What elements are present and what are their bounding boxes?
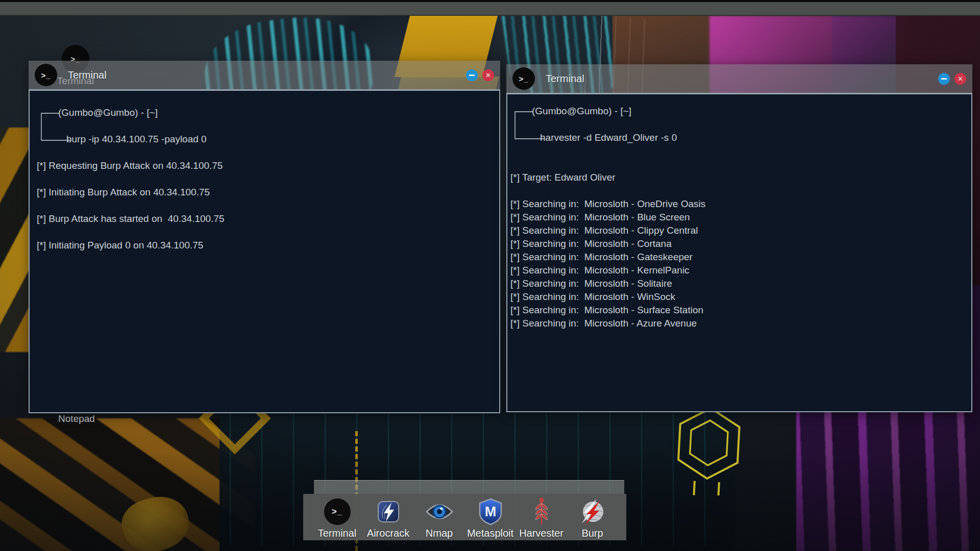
terminal-window-harvester: >_ Terminal ✕ (Gumbo@Gumbo) - [~] harves… [506, 64, 972, 412]
terminal-output-area[interactable]: (Gumbo@Gumbo) - [~] harvester -d Edward_… [506, 93, 972, 412]
command-line: harvester -d Edward_Oliver -s 0 [510, 131, 968, 144]
dock-item-label: Airocrack [367, 528, 409, 539]
terminal-output-line: [*] Initiating Payload 0 on 40.34.100.75 [37, 239, 492, 252]
window-controls: ✕ [938, 73, 966, 85]
dock-item-terminal[interactable]: >_ Terminal [312, 498, 363, 539]
dock-item-label: Terminal [318, 528, 357, 539]
window-titlebar[interactable]: >_ Terminal ✕ [29, 61, 500, 89]
terminal-output-line: [*] Searching in: Microsloth - Blue Scre… [510, 211, 968, 224]
terminal-output-line: [*] Searching in: Microsloth - Clippy Ce… [510, 224, 968, 237]
close-button[interactable]: ✕ [954, 73, 966, 85]
terminal-prompt-block: (Gumbo@Gumbo) - [~] burp -ip 40.34.100.7… [37, 106, 492, 146]
terminal-output-line: [*] Target: Edward Oliver [510, 171, 968, 184]
terminal-icon: >_ [324, 498, 351, 525]
dock-item-airocrack[interactable]: Airocrack [363, 498, 414, 539]
terminal-output-line [37, 199, 492, 212]
dock-item-label: Nmap [426, 528, 453, 539]
top-bar [0, 0, 980, 16]
close-button[interactable]: ✕ [482, 69, 494, 81]
terminal-output-line: [*] Searching in: Microsloth - Cortana [510, 237, 968, 251]
harvester-icon [533, 497, 550, 526]
dock-item-harvester[interactable]: Harvester [516, 498, 567, 539]
window-controls: ✕ [466, 69, 494, 81]
terminal-output-lines: [*] Requesting Burp Attack on 40.34.100.… [37, 146, 492, 252]
close-icon: ✕ [958, 76, 963, 82]
prompt-spacer [37, 119, 492, 133]
metasploit-letter: M [484, 504, 496, 519]
terminal-output-line: [*] Searching in: Microsloth - Surface S… [510, 304, 968, 317]
close-icon: ✕ [485, 72, 491, 79]
terminal-icon: >_ [512, 67, 535, 90]
terminal-output-line: [*] Searching in: Microsloth - Azure Ave… [510, 317, 968, 330]
nmap-icon [425, 502, 454, 521]
metasploit-icon: M [478, 498, 503, 525]
minimize-button[interactable] [466, 69, 478, 81]
burp-icon [579, 498, 606, 525]
terminal-output-line: [*] Searching in: Microsloth - Gateskeep… [510, 251, 968, 264]
terminal-glyph: >_ [519, 74, 528, 83]
airocrack-icon [376, 499, 401, 524]
dock-item-metasploit[interactable]: M Metasploit [465, 498, 516, 539]
window-titlebar[interactable]: >_ Terminal ✕ [506, 64, 972, 93]
terminal-output-area[interactable]: (Gumbo@Gumbo) - [~] burp -ip 40.34.100.7… [29, 89, 500, 413]
terminal-glyph: >_ [332, 507, 342, 517]
dock-item-burp[interactable]: Burp [567, 498, 618, 539]
dock-item-label: Burp [581, 528, 603, 539]
dock-handle[interactable] [314, 480, 624, 494]
terminal-output-line: [*] Initiating Burp Attack on 40.34.100.… [37, 186, 492, 199]
terminal-output-line: [*] Requesting Burp Attack on 40.34.100.… [37, 159, 492, 172]
minimize-button[interactable] [938, 73, 950, 85]
prompt-user: (Gumbo@Gumbo) - [~] [510, 105, 968, 118]
dock-item-nmap[interactable]: Nmap [414, 498, 465, 539]
terminal-window-burp: >_ Terminal ✕ (Gumbo@Gumbo) - [~] burp -… [29, 61, 500, 413]
prompt-spacer [510, 118, 968, 131]
terminal-output-line [510, 158, 968, 171]
dock: >_ Terminal Airocrack [303, 494, 626, 540]
terminal-output-line [37, 226, 492, 239]
terminal-output-line: [*] Searching in: Microsloth - WinSock [510, 290, 968, 304]
window-title: Terminal [68, 69, 466, 81]
terminal-output-line: [*] Searching in: Microsloth - Solitaire [510, 277, 968, 290]
terminal-output-line: [*] Burp Attack has started on 40.34.100… [37, 212, 492, 226]
terminal-output-line [510, 184, 968, 197]
terminal-output-line: [*] Searching in: Microsloth - OneDrive … [510, 197, 968, 211]
terminal-glyph: >_ [41, 71, 51, 80]
terminal-output-line: [*] Searching in: Microsloth - KernelPan… [510, 264, 968, 277]
desktop-icon-label: Notepad [58, 413, 95, 424]
hexagon-emblem [670, 402, 746, 500]
prompt-user: (Gumbo@Gumbo) - [~] [37, 106, 492, 119]
command-line: burp -ip 40.34.100.75 -payload 0 [37, 133, 492, 146]
desktop: >_ Terminal Notepad >_ Terminal ✕ [0, 0, 980, 551]
terminal-icon: >_ [35, 64, 57, 86]
dock-item-label: Harvester [519, 528, 564, 539]
window-title: Terminal [546, 73, 938, 85]
terminal-prompt-block: (Gumbo@Gumbo) - [~] harvester -d Edward_… [510, 105, 968, 144]
terminal-output-line [37, 172, 492, 186]
terminal-output-line [37, 146, 492, 159]
terminal-output-lines: [*] Target: Edward Oliver[*] Searching i… [510, 144, 968, 330]
dock-item-label: Metasploit [467, 528, 513, 539]
terminal-output-line [510, 144, 968, 158]
